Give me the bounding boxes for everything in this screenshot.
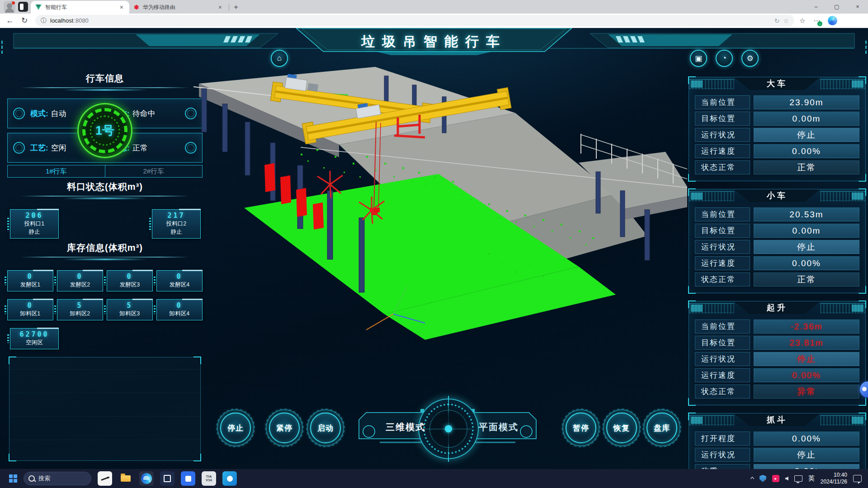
browser-tabstrip: 智能行车 × ✽ 华为移动路由 × + – ▢ ×	[0, 0, 868, 14]
panel-title: 大车	[767, 78, 788, 89]
taskbar-app-annotate[interactable]	[98, 471, 112, 486]
dial-center-dot	[445, 425, 452, 432]
corner-bracket	[9, 454, 16, 461]
browser-profile-button[interactable]	[4, 1, 15, 13]
panel-trolley: 小车 当前位置20.53m 目标位置0.00m 运行状况停止 运行速度0.00%…	[689, 189, 866, 293]
row-label: 运行状况	[695, 352, 750, 366]
back-icon[interactable]: ←	[4, 14, 16, 27]
tab-close-icon[interactable]: ×	[217, 4, 223, 11]
app-icon	[227, 476, 233, 482]
craft-label: 工艺:	[30, 144, 48, 152]
view-3d-button[interactable]: ▣	[690, 50, 707, 67]
taskbar-app-dark[interactable]	[160, 471, 175, 486]
settings-button[interactable]: ⚙	[741, 50, 759, 67]
settings-more-icon[interactable]: ⋯ ↓	[811, 14, 823, 27]
row-label: 当前位置	[695, 319, 750, 333]
corner-bracket	[193, 454, 201, 461]
row-label: 运行状况	[695, 128, 750, 142]
new-tab-button[interactable]: +	[230, 3, 242, 12]
row-label: 运行速度	[695, 144, 750, 158]
security-shield-icon[interactable]: ×	[760, 475, 766, 482]
restore-button[interactable]: ▢	[826, 0, 847, 14]
stocktake-button[interactable]: 盘库	[643, 409, 680, 446]
tab-close-icon[interactable]: ×	[118, 4, 125, 11]
site-info-icon[interactable]: ⓘ	[41, 17, 47, 25]
taskbar-app-blue[interactable]	[181, 471, 195, 486]
url-host: localhost	[50, 17, 73, 24]
unload-3-value: 5	[107, 301, 152, 310]
tab-smart-crane[interactable]: 智能行车 ×	[31, 1, 129, 14]
page-tools-icon[interactable]: ↻	[774, 17, 780, 24]
close-button[interactable]: ×	[847, 0, 868, 14]
date: 2024/11/26	[821, 479, 847, 485]
tab-crane-1[interactable]: 1#行车	[8, 165, 105, 177]
row-value: 停止	[754, 352, 859, 366]
app-icon	[185, 476, 191, 482]
3d-scene-viewport[interactable]	[172, 59, 687, 416]
history-button[interactable]: ◔	[716, 50, 733, 67]
tab-separator	[229, 4, 229, 11]
profile-notification-dot	[12, 1, 15, 5]
taskbar-app-file-explorer[interactable]	[118, 471, 133, 486]
title-underline	[21, 255, 189, 261]
tab-title: 华为移动路由	[143, 4, 213, 11]
panel-title: 起升	[767, 302, 788, 313]
workspaces-icon[interactable]	[18, 2, 28, 12]
resume-button[interactable]: 恢复	[603, 409, 640, 446]
target-ring-icon	[13, 142, 25, 154]
ferment-1-name: 发酵区1	[8, 281, 53, 289]
unload-3-box: 5卸料区3	[107, 299, 153, 320]
row-value: 23.90m	[754, 95, 859, 109]
favorites-bar-icon[interactable]: ☆	[796, 14, 809, 27]
tray-chevron-up-icon[interactable]: ^	[750, 475, 754, 482]
panel-gantry: 大车 当前位置23.90m 目标位置0.00m 运行状况停止 运行速度0.00%…	[689, 77, 866, 181]
stop-button[interactable]: 停止	[217, 409, 254, 446]
taskbar-app-tia-portal[interactable]: TIA V16	[202, 471, 216, 486]
mode-2d-button[interactable]: 平面模式	[460, 421, 537, 433]
notification-center-icon[interactable]	[853, 475, 862, 482]
row-value: 23.81m	[754, 336, 859, 350]
taskbar-clock[interactable]: 10:40 2024/11/26	[821, 472, 847, 485]
start-button[interactable]: 启动	[307, 409, 344, 446]
row-label: 目标位置	[695, 336, 750, 350]
row-label: 目标位置	[695, 112, 750, 126]
taskbar-app-teal[interactable]	[222, 471, 237, 486]
folder-icon	[121, 475, 131, 482]
row-label: 称重	[695, 464, 750, 469]
row-value: 正常	[754, 160, 859, 174]
corner-bracket	[9, 357, 16, 364]
unload-1-box: 0卸料区1	[7, 299, 53, 320]
copilot-icon[interactable]	[828, 16, 837, 25]
status-value: 正常	[132, 144, 148, 152]
tray-magenta-app-icon[interactable]: ▸	[772, 475, 779, 482]
minimize-button[interactable]: –	[806, 0, 826, 14]
row-value: 0.00%	[754, 256, 859, 270]
mode-3d-button[interactable]: 三维模式	[367, 421, 444, 433]
tab-huawei-router[interactable]: ✽ 华为移动路由 ×	[129, 1, 228, 14]
row-label: 状态正常	[695, 385, 750, 399]
ime-indicator[interactable]: 英	[808, 474, 815, 483]
profile-icon	[7, 3, 12, 9]
favorite-star-icon[interactable]: ☆	[783, 17, 789, 24]
feed-port-1-box: 206 投料口1 静止	[10, 209, 59, 239]
emergency-stop-button[interactable]: 紧停	[266, 409, 303, 446]
desktop: 智能行车 × ✽ 华为移动路由 × + – ▢ × ← ↻ ⓘ localhos…	[0, 0, 868, 488]
network-icon[interactable]	[794, 475, 802, 482]
taskbar-search[interactable]: 搜索	[24, 472, 91, 485]
row-value: 20.53m	[754, 207, 859, 221]
huawei-favicon-icon: ✽	[134, 4, 139, 10]
app-icon	[164, 475, 171, 482]
row-label: 当前位置	[695, 207, 750, 221]
ferment-2-box: 0发酵区2	[57, 270, 103, 291]
taskbar-app-edge[interactable]	[139, 471, 154, 486]
address-bar[interactable]: ⓘ localhost :8080 ↻ ☆	[35, 15, 794, 26]
row-label: 状态正常	[695, 272, 750, 286]
feed-port-1-value: 206	[10, 211, 58, 220]
search-icon	[28, 475, 35, 482]
refresh-icon[interactable]: ↻	[18, 14, 31, 27]
pause-button[interactable]: 暂停	[562, 409, 599, 446]
volume-icon[interactable]	[785, 477, 788, 481]
row-label: 状态正常	[695, 160, 750, 174]
start-button-windows[interactable]	[5, 471, 21, 486]
row-label: 运行速度	[695, 368, 750, 382]
